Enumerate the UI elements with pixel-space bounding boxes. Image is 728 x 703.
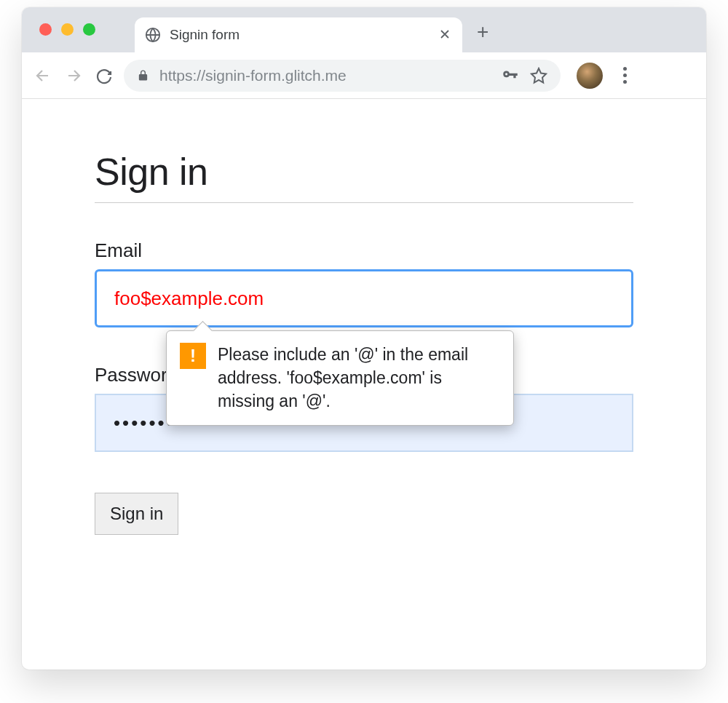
profile-avatar[interactable] [577, 63, 603, 89]
key-icon[interactable] [501, 66, 520, 85]
email-label: Email [95, 239, 633, 262]
back-button[interactable] [32, 65, 54, 87]
minimize-window-button[interactable] [61, 23, 74, 36]
warning-icon: ! [180, 343, 206, 369]
browser-window: Signin form + [22, 7, 706, 670]
signin-button[interactable]: Sign in [95, 493, 178, 535]
browser-toolbar: https://signin-form.glitch.me [22, 52, 706, 99]
url-text: https://signin-form.glitch.me [159, 67, 491, 84]
tab-title: Signin form [170, 27, 429, 43]
validation-tooltip: ! Please include an '@' in the email add… [166, 330, 514, 426]
close-window-button[interactable] [39, 23, 52, 36]
tab-bar: Signin form + [22, 7, 706, 52]
new-tab-button[interactable]: + [477, 20, 488, 44]
maximize-window-button[interactable] [83, 23, 95, 36]
page-content: Sign in Email ! Please include an '@' in… [22, 99, 706, 535]
globe-icon [145, 27, 161, 43]
browser-menu-button[interactable] [616, 63, 634, 88]
window-controls [39, 23, 95, 36]
star-icon[interactable] [530, 67, 547, 84]
browser-tab[interactable]: Signin form [135, 17, 462, 52]
address-bar[interactable]: https://signin-form.glitch.me [124, 60, 561, 92]
close-tab-button[interactable] [438, 26, 452, 44]
email-field[interactable] [95, 269, 633, 327]
reload-button[interactable] [93, 65, 115, 87]
lock-icon [137, 69, 149, 82]
page-title: Sign in [95, 150, 633, 203]
forward-button[interactable] [63, 65, 84, 87]
email-group: Email ! Please include an '@' in the ema… [95, 239, 633, 327]
validation-message: Please include an '@' in the email addre… [218, 343, 500, 413]
